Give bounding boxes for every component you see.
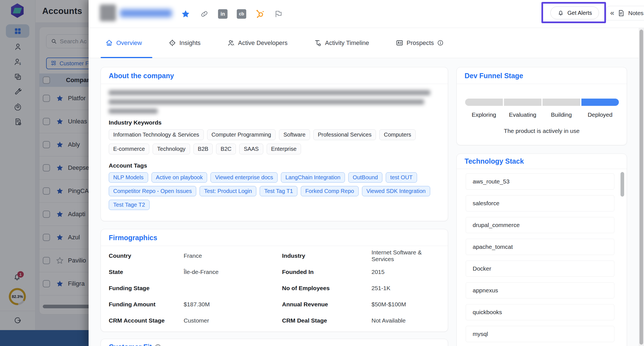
- get-alerts-button[interactable]: Get Alerts: [550, 6, 599, 19]
- firmographics-row: Funding StageNo of Employees251-1K: [109, 280, 440, 296]
- account-detail-panel: in cb: [89, 0, 644, 346]
- industry-keyword-chip[interactable]: Computers: [379, 129, 416, 140]
- industry-keyword-chip[interactable]: Computer Programming: [207, 129, 276, 140]
- tab-active-developers[interactable]: Active Developers: [227, 39, 288, 47]
- tab-prospects[interactable]: Prospects: [396, 39, 444, 47]
- customer-fit-card-header: Customer Fit: [101, 339, 448, 346]
- technology-item: salesforce: [466, 195, 614, 211]
- linkedin-button[interactable]: in: [218, 0, 228, 28]
- detail-tabs: OverviewInsightsActive DevelopersActivit…: [89, 28, 644, 58]
- industry-keyword-chip[interactable]: SAAS: [239, 144, 263, 154]
- technology-item: apache_tomcat: [466, 239, 614, 255]
- target-icon: [169, 39, 176, 47]
- technology-item: quickbooks: [466, 304, 614, 320]
- blurred-description-line: [109, 90, 430, 95]
- info-icon[interactable]: [437, 40, 444, 46]
- flag-button[interactable]: [274, 0, 283, 28]
- industry-keywords-label: Industry Keywords: [109, 119, 440, 126]
- firmo-value: $50M-$100M: [371, 301, 440, 308]
- firmo-label: State: [109, 269, 184, 275]
- hubspot-button[interactable]: [255, 0, 265, 28]
- technology-item: mysql: [466, 326, 614, 342]
- account-tag-chip[interactable]: Test Tag T1: [260, 186, 297, 196]
- page-scrollbar-thumb[interactable]: [640, 30, 643, 345]
- account-tag-chip[interactable]: Test: Product Login: [200, 186, 256, 196]
- tab-overview[interactable]: Overview: [105, 39, 142, 47]
- active-tab-underline: [101, 57, 152, 58]
- blurred-description-line: [109, 99, 424, 104]
- tab-activity-timeline[interactable]: Activity Timeline: [314, 39, 369, 47]
- tab-label: Overview: [116, 39, 142, 47]
- funnel-stage-label: Deployed: [581, 111, 619, 118]
- firmographics-row: StateÎle-de-FranceFounded In2015: [109, 264, 440, 280]
- account-tag-chip[interactable]: NLP Models: [109, 172, 148, 183]
- firmo-value: 2015: [371, 269, 440, 275]
- about-card-header: About the company: [101, 67, 448, 84]
- linkedin-icon: in: [218, 9, 228, 19]
- get-alerts-label: Get Alerts: [567, 10, 592, 16]
- funnel-segment-evaluating: [504, 99, 542, 106]
- crunchbase-icon: cb: [237, 9, 246, 19]
- dev-funnel-card: Dev Funnel Stage ExploringEvaluatingBuil…: [456, 67, 627, 145]
- industry-keyword-chip[interactable]: E-commerce: [109, 144, 149, 154]
- star-icon: [181, 9, 190, 18]
- account-tag-chip[interactable]: Forked Comp Repo: [301, 186, 359, 196]
- people-icon: [227, 39, 235, 47]
- firmographics-card: Firmographics CountryFranceIndustryInter…: [101, 229, 448, 332]
- industry-keyword-chips: Information Technology & ServicesCompute…: [109, 129, 440, 154]
- detail-header: in cb: [89, 0, 644, 28]
- page-scrollbar-track: [639, 28, 644, 346]
- account-tag-chip[interactable]: Viewed enterprise docs: [210, 172, 278, 183]
- tab-label: Active Developers: [238, 39, 288, 47]
- notes-panel-header[interactable]: « Notes: [606, 6, 644, 20]
- link-icon: [200, 10, 209, 18]
- customer-fit-card-title: Customer Fit: [109, 343, 152, 346]
- company-name-blurred: [120, 9, 172, 17]
- funnel-stage-label: Building: [543, 111, 580, 118]
- technology-stack-card-title: Technology Stack: [465, 157, 524, 165]
- account-tag-chip[interactable]: Competitor Repo - Open Issues: [109, 186, 196, 196]
- firmo-value: France: [184, 252, 282, 259]
- technology-stack-card-header: Technology Stack: [457, 154, 627, 169]
- crunchbase-button[interactable]: cb: [237, 0, 246, 28]
- collapse-chevrons-icon[interactable]: «: [610, 9, 614, 16]
- industry-keyword-chip[interactable]: Software: [279, 129, 310, 140]
- firmo-label: CRM Account Stage: [109, 317, 184, 324]
- copy-link-button[interactable]: [200, 0, 209, 28]
- industry-keyword-chip[interactable]: B2B: [193, 144, 213, 154]
- about-card-body: Industry Keywords Information Technology…: [101, 84, 448, 210]
- funnel-segment-exploring: [465, 99, 503, 106]
- modal-dim-overlay[interactable]: [0, 0, 89, 346]
- info-icon[interactable]: [155, 344, 161, 346]
- tech-list-scrollbar[interactable]: [621, 172, 624, 197]
- funnel-stage-labels: ExploringEvaluatingBuildingDeployed: [465, 111, 619, 118]
- firmo-value: Customer: [184, 317, 282, 324]
- technology-item: appnexus: [466, 282, 614, 299]
- account-tag-chip[interactable]: test OUT: [386, 172, 417, 183]
- account-tag-chip[interactable]: Active on playbook: [151, 172, 207, 183]
- industry-keyword-chip[interactable]: B2C: [216, 144, 236, 154]
- industry-keyword-chip[interactable]: Professional Services: [313, 129, 376, 140]
- funnel-stage-label: Exploring: [465, 111, 503, 118]
- app-screen: $ 1: [0, 0, 644, 346]
- technology-item: aws_route_53: [466, 173, 614, 190]
- industry-keyword-chip[interactable]: Enterprise: [267, 144, 301, 154]
- flag-icon: [274, 10, 283, 18]
- dev-funnel-card-header: Dev Funnel Stage: [457, 67, 627, 84]
- tab-insights[interactable]: Insights: [169, 39, 201, 47]
- favorite-star-button[interactable]: [181, 0, 190, 28]
- firmo-value: Not Available: [371, 317, 440, 324]
- account-tags-label: Account Tags: [109, 162, 440, 169]
- industry-keyword-chip[interactable]: Information Technology & Services: [109, 129, 204, 140]
- account-tag-chip[interactable]: Viewed SDK Integration: [362, 186, 430, 196]
- about-card-title: About the company: [109, 72, 174, 80]
- firmographics-row: CRM Account StageCustomerCRM Deal StageN…: [109, 312, 440, 329]
- account-tag-chip[interactable]: LangChain Integration: [281, 172, 345, 183]
- firmo-value: 251-1K: [371, 285, 440, 292]
- funnel-segment-deployed: [581, 99, 619, 106]
- industry-keyword-chip[interactable]: Technology: [153, 144, 190, 154]
- notes-document-icon: [617, 9, 625, 17]
- account-tag-chip[interactable]: OutBound: [348, 172, 382, 183]
- firmo-label: No of Employees: [282, 285, 371, 292]
- account-tag-chip[interactable]: Test Tage T2: [109, 200, 150, 210]
